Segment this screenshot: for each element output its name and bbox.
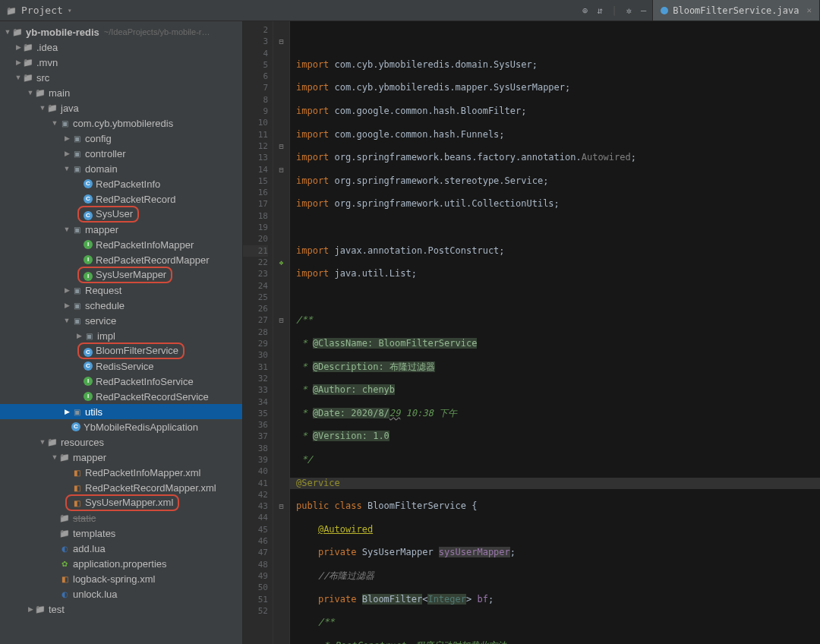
tree-src[interactable]: ▼src	[0, 70, 242, 85]
tree-templates[interactable]: templates	[0, 526, 242, 541]
tree-sysuser[interactable]: SysUser	[0, 207, 242, 222]
minimize-icon[interactable]: —	[641, 5, 646, 16]
tree-redpacketinfoservice[interactable]: RedPacketInfoService	[0, 374, 242, 389]
target-icon[interactable]: ⊕	[582, 5, 588, 16]
gutter-icons: ⊟ ⊟⊟ ❖⊟ ⊟	[273, 21, 290, 644]
tree-rprm-xml[interactable]: RedPacketRecordMapper.xml	[0, 480, 242, 495]
editor-tabs: BloomFilterService.java ✕	[652, 0, 820, 21]
tree-root[interactable]: ▼yb-mobile-redis~/IdeaProjects/yb-mobile…	[0, 24, 242, 39]
collapse-icon[interactable]: ⇵	[597, 5, 602, 16]
tree-mapper-r[interactable]: ▼mapper	[0, 450, 242, 465]
tree-redpacketrecord[interactable]: RedPacketRecord	[0, 191, 242, 207]
tree-redpacketinfomapper[interactable]: RedPacketInfoMapper	[0, 237, 242, 252]
project-folder-icon	[6, 5, 17, 16]
divider: |	[612, 5, 617, 16]
tree-rpim-xml[interactable]: RedPacketInfoMapper.xml	[0, 465, 242, 480]
tree-schedule[interactable]: ▶schedule	[0, 298, 242, 313]
tab-label: BloomFilterService.java	[673, 5, 799, 16]
tree-logback[interactable]: logback-spring.xml	[0, 571, 242, 586]
tree-java[interactable]: ▼java	[0, 100, 242, 115]
tree-redpacketrecordservice[interactable]: RedPacketRecordService	[0, 389, 242, 404]
tree-config[interactable]: ▶config	[0, 131, 242, 146]
java-class-icon	[661, 7, 668, 14]
top-bar: Project ▾ ⊕ ⇵ | ✲ — BloomFilterService.j…	[0, 0, 820, 21]
tree-redpacketinfo[interactable]: RedPacketInfo	[0, 176, 242, 191]
chevron-down-icon: ▾	[68, 6, 72, 14]
tree-impl[interactable]: ▶impl	[0, 328, 242, 343]
tree-sysusermapper[interactable]: SysUserMapper	[0, 267, 242, 283]
tree-static[interactable]: static	[0, 510, 242, 526]
project-dropdown[interactable]: Project ▾	[0, 0, 78, 21]
tree-sysusermapper-xml[interactable]: SysUserMapper.xml	[0, 495, 242, 510]
tree-unlocklua[interactable]: unlock.lua	[0, 586, 242, 601]
tree-mapper[interactable]: ▼mapper	[0, 222, 242, 237]
tree-resources[interactable]: ▼resources	[0, 434, 242, 450]
tree-test[interactable]: ▶test	[0, 601, 242, 617]
tree-root-path: ~/IdeaProjects/yb-mobile-r…	[104, 27, 210, 36]
tree-redisservice[interactable]: RedisService	[0, 358, 242, 374]
project-tree[interactable]: ▼yb-mobile-redis~/IdeaProjects/yb-mobile…	[0, 21, 243, 644]
tree-controller[interactable]: ▶controller	[0, 146, 242, 161]
close-icon[interactable]: ✕	[806, 5, 812, 15]
project-label: Project	[21, 5, 63, 16]
gear-icon[interactable]: ✲	[626, 5, 632, 16]
code-area[interactable]: import com.cyb.ybmobileredis.domain.SysU…	[290, 21, 820, 644]
tree-service[interactable]: ▼service	[0, 313, 242, 328]
tree-request[interactable]: ▶Request	[0, 283, 242, 298]
tree-utils[interactable]: ▶utils	[0, 404, 242, 419]
tree-appprops[interactable]: application.properties	[0, 556, 242, 571]
tree-addlua[interactable]: add.lua	[0, 541, 242, 556]
tree-redpacketrecordmapper[interactable]: RedPacketRecordMapper	[0, 252, 242, 267]
tree-mvn[interactable]: ▶.mvn	[0, 55, 242, 70]
tab-bloomfilterservice[interactable]: BloomFilterService.java ✕	[653, 0, 820, 21]
tree-idea[interactable]: ▶.idea	[0, 39, 242, 55]
tree-app[interactable]: YbMobileRedisApplication	[0, 419, 242, 434]
tree-main[interactable]: ▼main	[0, 85, 242, 100]
tree-domain[interactable]: ▼domain	[0, 161, 242, 176]
code-editor[interactable]: 2345678910 11121314151617181920 21222324…	[243, 21, 820, 644]
tree-bloomfilterservice[interactable]: BloomFilterService	[0, 343, 242, 358]
tree-basepkg[interactable]: ▼com.cyb.ybmobileredis	[0, 115, 242, 131]
tree-root-label: yb-mobile-redis	[26, 27, 99, 38]
line-number-gutter: 2345678910 11121314151617181920 21222324…	[243, 21, 273, 644]
